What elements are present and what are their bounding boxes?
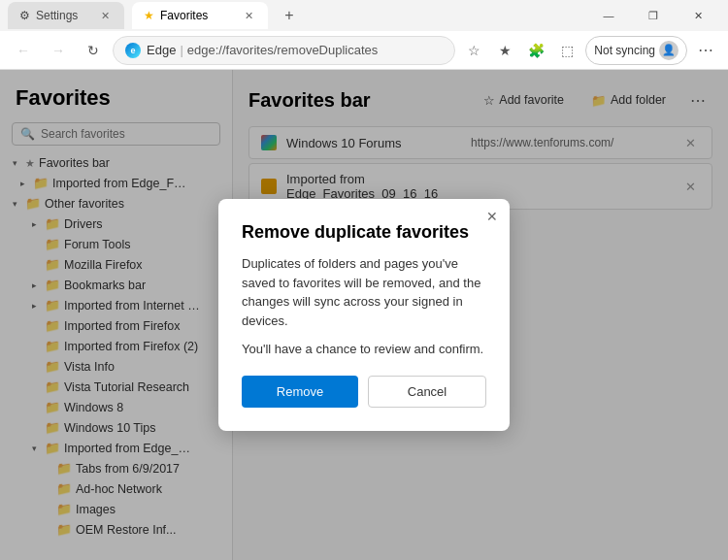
tab-favorites-close[interactable]: ✕ — [241, 8, 256, 23]
restore-button[interactable]: ❐ — [631, 0, 676, 31]
dialog-close-button[interactable]: ✕ — [486, 209, 498, 224]
account-icon[interactable]: ⬚ — [552, 36, 581, 65]
address-bar: ← → ↻ e Edge | edge://favorites/removeDu… — [0, 31, 728, 70]
extensions-icon[interactable]: 🧩 — [521, 36, 550, 65]
dialog-body: Duplicates of folders and pages you've s… — [242, 254, 486, 330]
dialog-title: Remove duplicate favorites — [242, 222, 486, 243]
settings-tab-icon: ⚙ — [19, 9, 30, 22]
sync-button[interactable]: Not syncing 👤 — [585, 36, 687, 65]
collections-icon[interactable]: ★ — [490, 36, 519, 65]
forward-button[interactable]: → — [43, 35, 74, 66]
more-button[interactable]: ⋯ — [691, 36, 720, 65]
sync-avatar-icon: 👤 — [659, 41, 678, 60]
remove-duplicates-dialog: ✕ Remove duplicate favorites Duplicates … — [218, 199, 510, 431]
tab-settings[interactable]: ⚙ Settings ✕ — [8, 2, 124, 29]
address-bar-input[interactable]: e Edge | edge://favorites/removeDuplicat… — [113, 36, 455, 65]
address-action-icons: ☆ ★ 🧩 ⬚ — [459, 36, 581, 65]
dialog-overlay: ✕ Remove duplicate favorites Duplicates … — [0, 70, 728, 560]
back-button[interactable]: ← — [8, 35, 39, 66]
address-brand: Edge — [147, 43, 176, 57]
window-controls: — ❐ ✕ — [586, 0, 720, 31]
edge-logo-icon: e — [125, 43, 141, 58]
title-bar: ⚙ Settings ✕ ★ Favorites ✕ + — ❐ ✕ — [0, 0, 728, 31]
tab-favorites[interactable]: ★ Favorites ✕ — [132, 2, 268, 29]
cancel-button[interactable]: Cancel — [368, 376, 486, 408]
refresh-button[interactable]: ↻ — [78, 35, 109, 66]
tab-favorites-label: Favorites — [160, 9, 208, 22]
favorites-tab-icon: ★ — [144, 9, 154, 22]
sync-status-label: Not syncing — [594, 44, 655, 57]
address-separator: | — [180, 43, 182, 57]
tab-settings-label: Settings — [36, 9, 78, 22]
remove-button[interactable]: Remove — [242, 376, 358, 408]
tab-settings-close[interactable]: ✕ — [97, 8, 113, 23]
address-url: edge://favorites/removeDuplicates — [187, 43, 379, 57]
dialog-buttons: Remove Cancel — [242, 376, 486, 408]
minimize-button[interactable]: — — [586, 0, 631, 31]
new-tab-button[interactable]: + — [276, 2, 303, 29]
dialog-note: You'll have a chance to review and confi… — [242, 342, 486, 356]
favorites-icon[interactable]: ☆ — [459, 36, 488, 65]
close-button[interactable]: ✕ — [676, 0, 720, 31]
